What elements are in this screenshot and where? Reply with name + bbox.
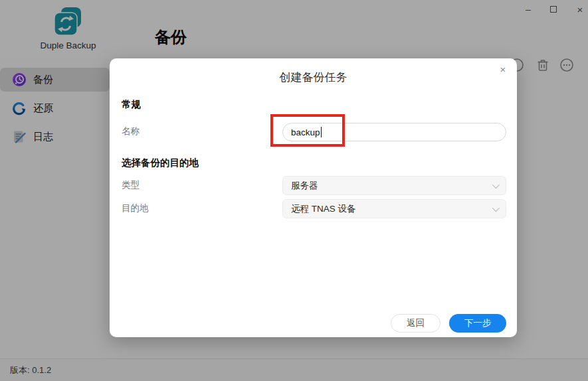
section-general: 常规 [122,98,141,111]
section-destination: 选择备份的目的地 [122,157,199,169]
type-dropdown[interactable]: 服务器 [282,176,506,195]
destination-dropdown[interactable]: 远程 TNAS 设备 [282,199,506,218]
create-backup-task-dialog: × 创建备份任务 常规 名称 backup 选择备份的目的地 类型 服务器 目的… [110,58,517,337]
task-name-value: backup [291,127,320,137]
type-field-label: 类型 [122,179,140,191]
name-field-label: 名称 [122,125,140,137]
back-button[interactable]: 返回 [391,314,441,333]
next-button[interactable]: 下一步 [449,314,506,333]
type-dropdown-value: 服务器 [291,180,318,192]
dialog-title: 创建备份任务 [110,70,517,85]
text-cursor [321,127,322,137]
chevron-down-icon [492,204,500,211]
destination-dropdown-value: 远程 TNAS 设备 [291,203,356,215]
destination-field-label: 目的地 [122,202,149,214]
chevron-down-icon [492,181,500,188]
task-name-input[interactable]: backup [282,123,506,141]
